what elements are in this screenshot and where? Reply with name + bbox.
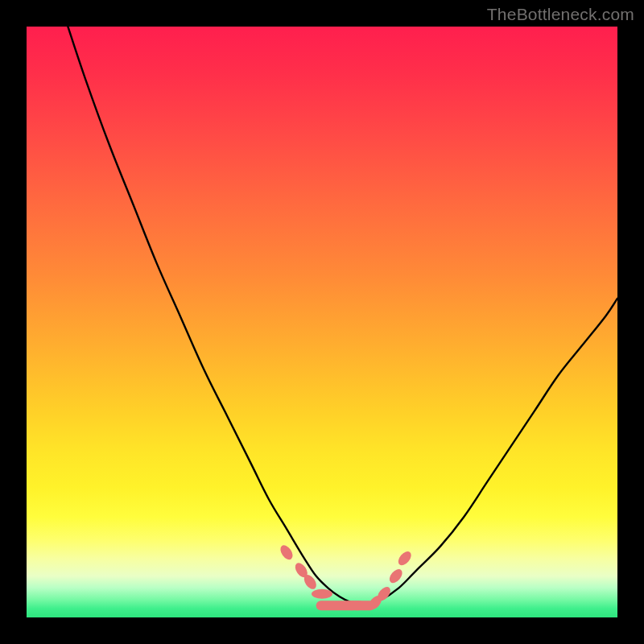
watermark-text: TheBottleneck.com: [487, 5, 634, 24]
valley-flat-bead: [316, 601, 375, 610]
valley-bead: [396, 549, 414, 568]
valley-bead: [387, 567, 405, 585]
valley-bead: [312, 589, 332, 599]
chart-frame: TheBottleneck.com: [0, 0, 644, 644]
curve-layer: [27, 27, 617, 617]
plot-area: [27, 27, 617, 617]
valley-bead: [278, 543, 295, 562]
left-curve: [68, 27, 363, 605]
